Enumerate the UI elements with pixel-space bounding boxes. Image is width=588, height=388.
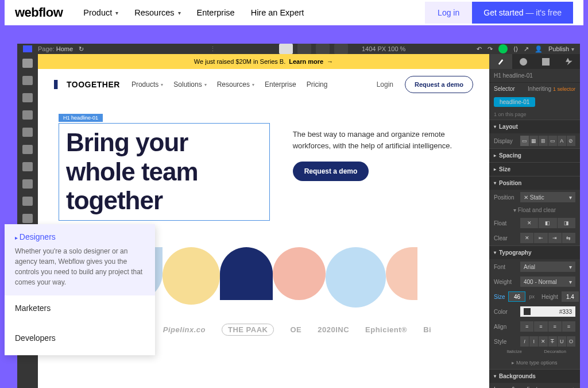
undo-icon[interactable]: ↶	[477, 45, 482, 53]
site-login[interactable]: Login	[377, 80, 393, 89]
tab-effects[interactable]	[558, 54, 581, 69]
code-icon[interactable]: ⟨⟩	[513, 45, 518, 53]
shape-circle	[273, 247, 326, 300]
nav-item-resources[interactable]: Resources▾	[134, 8, 180, 17]
logo-cut: Bi	[423, 325, 431, 334]
shape-half	[386, 247, 417, 300]
position-dropdown[interactable]: ✕ Static▾	[520, 192, 575, 202]
preview-icon[interactable]: ↻	[79, 45, 84, 53]
user-icon[interactable]: 👤	[535, 45, 543, 53]
components-icon[interactable]	[22, 110, 33, 120]
users-icon[interactable]	[22, 162, 33, 171]
ecommerce-icon[interactable]	[22, 179, 33, 189]
nav-item-enterprise[interactable]: Enterprise	[197, 8, 235, 17]
page-name[interactable]: Home	[56, 45, 73, 52]
designer-topbar: Page: Home ↻ ⋮ 1404 PX 100 % ↶ ↷ ⟨⟩ ↗ 👤 …	[17, 44, 580, 54]
product-dropdown-popover: Designers Whether you're a solo designer…	[5, 224, 155, 355]
selector-label: Selector	[494, 86, 515, 92]
wf-icon[interactable]	[23, 45, 32, 52]
site-brand[interactable]: TOOGETHER	[54, 80, 120, 89]
site-menu-pricing[interactable]: Pricing	[307, 80, 328, 89]
viewport-desktop[interactable]	[279, 44, 293, 54]
site-demo-button[interactable]: Request a demo	[405, 76, 473, 93]
tab-settings[interactable]	[512, 54, 535, 69]
popover-item-designers[interactable]: Designers Whether you're a solo designer…	[5, 224, 155, 295]
on-page-count: 1 on this page	[489, 109, 580, 120]
tab-interactions[interactable]	[535, 54, 558, 69]
popover-item-marketers[interactable]: Marketers	[5, 295, 155, 325]
apps-icon[interactable]	[22, 214, 33, 223]
arrow-right-icon: →	[327, 58, 333, 65]
export-icon[interactable]: ↗	[524, 45, 529, 53]
site-menu-resources[interactable]: Resources▾	[217, 80, 254, 89]
shape-circle	[326, 247, 386, 308]
navigator-icon[interactable]	[22, 93, 33, 102]
webflow-logo[interactable]: webflow	[15, 5, 63, 20]
redo-icon[interactable]: ↷	[488, 45, 493, 53]
section-backgrounds[interactable]: ▾Backgrounds	[489, 370, 580, 383]
webflow-nav: webflow Product▾ Resources▾ Enterprise H…	[5, 0, 583, 25]
selector-chip[interactable]: headline-01	[494, 97, 535, 107]
publish-button[interactable]: Publish ▾	[548, 45, 574, 52]
section-spacing[interactable]: ▸Spacing	[489, 149, 580, 162]
add-icon[interactable]	[22, 59, 33, 68]
get-started-button[interactable]: Get started — it's free	[472, 2, 573, 24]
more-type-options[interactable]: ▸ More type options	[489, 356, 580, 369]
style-buttons[interactable]: II✕T̶UO	[520, 336, 575, 347]
logo-2020inc: 2020INC	[318, 325, 349, 334]
hero-subhead[interactable]: The best way to manage and organize remo…	[293, 129, 469, 151]
logo-oe: OE	[290, 325, 301, 334]
weight-dropdown[interactable]: 400 - Normal▾	[520, 276, 575, 287]
announcement-banner[interactable]: We just raised $20M in Series B.Learn mo…	[38, 54, 489, 69]
gear-icon	[520, 58, 527, 66]
line-height-input[interactable]	[562, 291, 579, 302]
site-menu-enterprise[interactable]: Enterprise	[265, 80, 296, 89]
bolt-icon	[565, 58, 572, 66]
float-buttons[interactable]: ✕◧◨	[520, 218, 575, 228]
logo-ephicient: Ephicient®	[365, 325, 407, 334]
status-ok-icon[interactable]	[498, 44, 508, 53]
chevron-down-icon: ▾	[178, 10, 181, 16]
tab-style[interactable]	[489, 54, 512, 69]
viewport-tablet[interactable]	[297, 44, 311, 54]
site-menu-products[interactable]: Products▾	[131, 80, 163, 89]
brand-icon	[54, 80, 63, 89]
hero-cta-button[interactable]: Request a demo	[293, 162, 369, 181]
display-buttons[interactable]: ▭▦⊞▭A⊘	[520, 136, 575, 146]
hero-headline[interactable]: Bring your whole team together	[66, 128, 262, 216]
nav-item-hire[interactable]: Hire an Expert	[251, 8, 304, 17]
logic-icon[interactable]	[22, 197, 33, 206]
site-menu-solutions[interactable]: Solutions▾	[173, 80, 206, 89]
login-button[interactable]: Log in	[425, 2, 472, 24]
section-typography[interactable]: ▾Typography	[489, 246, 580, 259]
clear-buttons[interactable]: ✕⇤⇥⇆	[520, 233, 575, 243]
color-input[interactable]: #333	[520, 306, 575, 317]
shape-arch	[220, 247, 273, 300]
cms-icon[interactable]	[22, 145, 33, 154]
interactions-icon	[542, 58, 550, 66]
style-panel: H1 headline-01 SelectorInheriting 1 sele…	[489, 54, 580, 388]
float-clear-toggle[interactable]: ▾ Float and clear	[489, 205, 580, 216]
selected-element[interactable]: Bring your whole team together	[59, 123, 270, 221]
font-dropdown[interactable]: Arial▾	[520, 262, 575, 272]
assets-icon[interactable]	[22, 128, 33, 137]
add-bg-icon[interactable]: +	[571, 385, 575, 388]
section-size[interactable]: ▸Size	[489, 163, 580, 176]
element-heading: H1 headline-01	[489, 69, 580, 83]
pages-icon[interactable]	[22, 76, 33, 85]
logo-paak: THE PAAK	[222, 324, 274, 336]
canvas-dimensions: 1404 PX 100 %	[362, 45, 405, 52]
section-position[interactable]: ▾Position	[489, 176, 580, 190]
site-nav: TOOGETHER Products▾ Solutions▾ Resources…	[38, 69, 489, 100]
align-buttons[interactable]: ≡≡≡≡	[520, 321, 575, 332]
logo-pipelinx: Pipelinx.co	[163, 325, 206, 334]
viewport-mobile-l[interactable]	[316, 44, 330, 54]
brush-icon	[497, 58, 504, 66]
nav-item-product[interactable]: Product▾	[83, 8, 118, 17]
popover-item-developers[interactable]: Developers	[5, 325, 155, 355]
section-layout[interactable]: ▾Layout	[489, 120, 580, 133]
viewport-mobile[interactable]	[334, 44, 348, 54]
shape-circle	[163, 247, 220, 305]
font-size-input[interactable]	[508, 291, 525, 302]
selection-tag[interactable]: H1 headline-01	[59, 114, 103, 122]
